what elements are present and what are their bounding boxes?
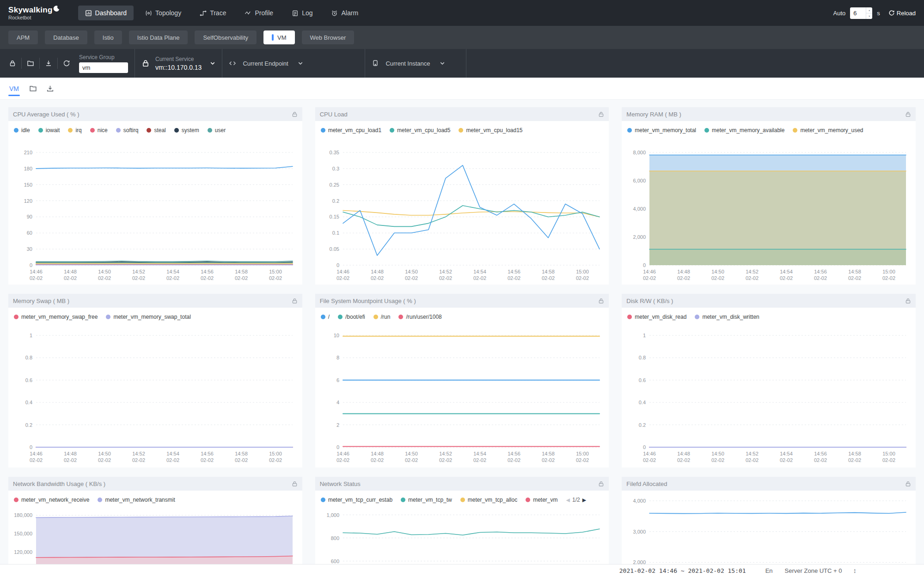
legend-item[interactable]: meter_vm_network_receive bbox=[14, 497, 89, 503]
legend-item[interactable]: meter_vm_cpu_load1 bbox=[321, 127, 381, 134]
legend-item[interactable]: meter_vm_memory_swap_total bbox=[106, 314, 190, 320]
refresh-toolbar-icon[interactable] bbox=[58, 55, 75, 72]
export-toolbar-icon[interactable] bbox=[40, 55, 57, 72]
legend-item[interactable]: /run/user/1008 bbox=[398, 314, 441, 320]
folder-subtab-icon[interactable] bbox=[29, 85, 37, 92]
legend-item[interactable]: idle bbox=[14, 127, 30, 134]
legend-item[interactable]: meter_vm bbox=[526, 497, 557, 503]
legend-item[interactable]: /run bbox=[373, 314, 391, 320]
legend-item[interactable]: / bbox=[321, 314, 330, 320]
page-tab-apm[interactable]: APM bbox=[8, 30, 38, 44]
legend-item[interactable]: meter_vm_cpu_load5 bbox=[390, 127, 450, 134]
lock-icon[interactable] bbox=[598, 481, 604, 487]
page-tab-istio-data-plane[interactable]: Istio Data Plane bbox=[129, 30, 188, 44]
legend-item[interactable]: meter_vm_tcp_curr_estab bbox=[321, 497, 392, 503]
reload-button[interactable]: Reload bbox=[888, 10, 916, 17]
page-tab-selfobservability[interactable]: SelfObservability bbox=[195, 30, 257, 44]
chart-panel-header: Network Bandwidth Usage ( KB/s ) bbox=[8, 477, 302, 491]
step-up-icon[interactable]: ▴ bbox=[866, 7, 872, 13]
lock-icon[interactable] bbox=[292, 111, 298, 117]
svg-text:4,000: 4,000 bbox=[633, 206, 646, 212]
legend-item[interactable]: meter_vm_disk_written bbox=[695, 314, 759, 320]
legend-item[interactable]: meter_vm_disk_read bbox=[627, 314, 686, 320]
current-service-dropdown[interactable]: Current Service vm::10.170.0.13 bbox=[141, 56, 215, 71]
chart-legend: meter_vm_memory_totalmeter_vm_memory_ava… bbox=[622, 121, 916, 137]
auto-interval-value[interactable]: 6 bbox=[850, 7, 866, 19]
legend-item[interactable]: meter_vm_memory_used bbox=[793, 127, 863, 134]
legend-dot bbox=[106, 315, 110, 319]
tab-vm[interactable]: VM bbox=[8, 78, 20, 99]
lock-icon[interactable] bbox=[292, 298, 298, 304]
lock-icon[interactable] bbox=[905, 481, 911, 487]
page-tab-database[interactable]: Database bbox=[45, 30, 87, 44]
svg-text:14:50: 14:50 bbox=[98, 269, 111, 274]
lock-icon[interactable] bbox=[598, 298, 604, 304]
legend-dot bbox=[98, 498, 102, 502]
legend-item[interactable]: iowait bbox=[38, 127, 60, 134]
legend-label: meter_vm_tcp_alloc bbox=[468, 497, 517, 503]
legend-item[interactable]: meter_vm_memory_total bbox=[627, 127, 696, 134]
auto-interval-input[interactable]: 6 ▴ ▾ bbox=[850, 7, 872, 19]
lock-icon[interactable] bbox=[598, 111, 604, 117]
legend-item[interactable]: system bbox=[174, 127, 199, 134]
folder-toolbar-icon[interactable] bbox=[22, 55, 39, 72]
nav-item-trace[interactable]: Trace bbox=[193, 6, 233, 20]
zone-down-icon[interactable]: ▾ bbox=[854, 571, 856, 574]
legend-item[interactable]: user bbox=[208, 127, 226, 134]
current-endpoint-dropdown[interactable]: Current Endpoint bbox=[229, 60, 358, 67]
legend-item[interactable]: steal bbox=[147, 127, 165, 134]
download-subtab-icon[interactable] bbox=[46, 85, 54, 92]
svg-text:30: 30 bbox=[27, 246, 32, 252]
page-tab-vm[interactable]: VM bbox=[263, 30, 295, 44]
legend-label: meter_vm_cpu_load1 bbox=[328, 127, 381, 134]
page-tab-istio[interactable]: Istio bbox=[94, 30, 122, 44]
legend-label: /run/user/1008 bbox=[406, 314, 441, 320]
legend-next-icon[interactable]: ▶ bbox=[582, 497, 586, 503]
server-zone-selector[interactable]: Server Zone UTC + 0 bbox=[785, 567, 842, 574]
legend-item[interactable]: meter_vm_tcp_alloc bbox=[460, 497, 517, 503]
svg-text:02-02: 02-02 bbox=[64, 457, 77, 463]
svg-text:14:46: 14:46 bbox=[30, 269, 43, 274]
service-group-input[interactable] bbox=[79, 62, 128, 73]
nav-item-dashboard[interactable]: Dashboard bbox=[78, 6, 134, 20]
nav-item-profile[interactable]: Profile bbox=[238, 6, 280, 20]
svg-text:1,000: 1,000 bbox=[326, 512, 339, 518]
nav-item-alarm[interactable]: Alarm bbox=[324, 6, 365, 20]
legend-label: softirq bbox=[123, 127, 139, 134]
legend-item[interactable]: meter_vm_memory_swap_free bbox=[14, 314, 98, 320]
legend-item[interactable]: meter_vm_memory_available bbox=[704, 127, 784, 134]
app-logo[interactable]: Skywalking Rocketbot bbox=[8, 6, 60, 20]
legend-item[interactable]: meter_vm_network_transmit bbox=[98, 497, 175, 503]
svg-text:14:56: 14:56 bbox=[814, 269, 827, 274]
svg-text:14:48: 14:48 bbox=[64, 451, 77, 456]
step-down-icon[interactable]: ▾ bbox=[866, 13, 872, 19]
language-selector[interactable]: En bbox=[765, 567, 773, 574]
lock-icon[interactable] bbox=[292, 481, 298, 487]
time-range-picker[interactable]: 2021-02-02 14:46 ~ 2021-02-02 15:01 bbox=[619, 567, 746, 574]
svg-text:14:58: 14:58 bbox=[542, 269, 555, 274]
lock-icon[interactable] bbox=[905, 111, 911, 117]
nav-item-log[interactable]: Log bbox=[285, 6, 319, 20]
legend-dot bbox=[38, 128, 43, 133]
legend-label: meter_vm_memory_swap_free bbox=[21, 314, 98, 320]
svg-text:180,000: 180,000 bbox=[14, 512, 32, 518]
legend-item[interactable]: nice bbox=[90, 127, 108, 134]
legend-item[interactable]: meter_vm_cpu_load15 bbox=[459, 127, 522, 134]
lock-toolbar-icon[interactable] bbox=[4, 55, 21, 72]
legend-item[interactable]: meter_vm_tcp_tw bbox=[401, 497, 452, 503]
legend-item[interactable]: softirq bbox=[116, 127, 139, 134]
legend-item[interactable]: irq bbox=[68, 127, 81, 134]
nav-item-topology[interactable]: Topology bbox=[138, 6, 188, 20]
nav-label: Topology bbox=[155, 9, 181, 17]
legend-item[interactable]: /boot/efi bbox=[338, 314, 365, 320]
svg-text:0: 0 bbox=[30, 262, 32, 268]
legend-dot bbox=[174, 128, 179, 133]
svg-text:14:48: 14:48 bbox=[64, 269, 77, 274]
svg-text:02-02: 02-02 bbox=[780, 457, 793, 463]
legend-prev-icon[interactable]: ◀ bbox=[566, 497, 570, 503]
chart-panel: Network Statusmeter_vm_tcp_curr_estabmet… bbox=[315, 477, 609, 577]
svg-text:02-02: 02-02 bbox=[576, 457, 589, 463]
page-tab-web-browser[interactable]: Web Browser bbox=[302, 30, 355, 44]
current-instance-dropdown[interactable]: Current Instance bbox=[372, 60, 459, 67]
lock-icon[interactable] bbox=[905, 298, 911, 304]
